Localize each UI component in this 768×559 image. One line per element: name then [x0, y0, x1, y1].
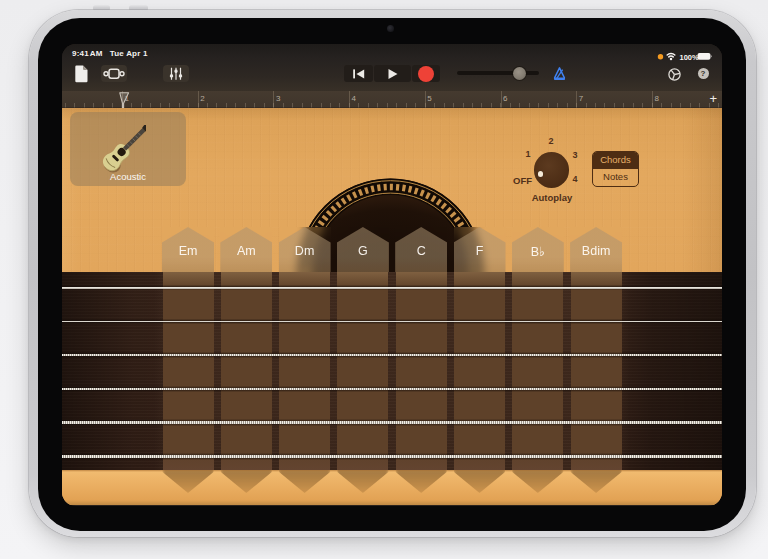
- svg-text:100%: 100%: [680, 53, 700, 62]
